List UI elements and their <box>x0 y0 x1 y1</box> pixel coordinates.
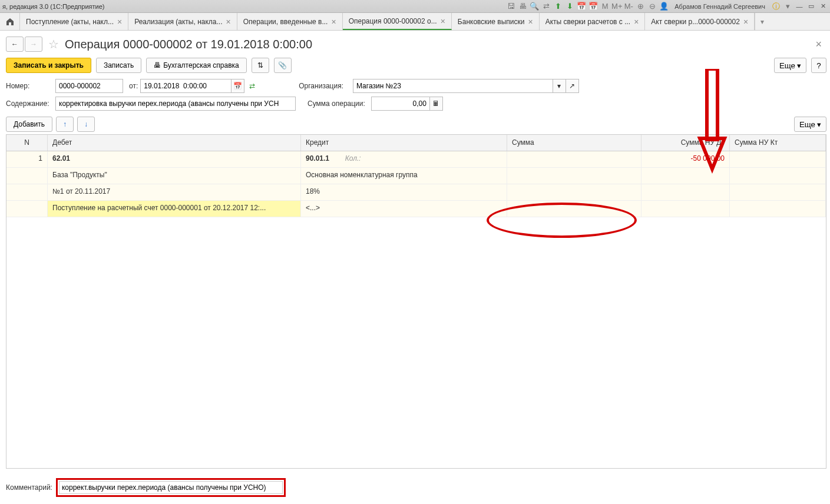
date-label: от: <box>129 82 138 90</box>
report-button[interactable]: 🖶Бухгалтерская справка <box>146 58 247 73</box>
user-icon: 👤 <box>659 2 669 11</box>
tab-overflow[interactable]: ▾ <box>755 13 769 30</box>
calendar-icon[interactable]: 📅 <box>232 79 244 93</box>
dropdown-icon[interactable]: ▾ <box>783 2 792 11</box>
tab-0[interactable]: Поступление (акты, накл...× <box>20 13 128 30</box>
tab-5[interactable]: Акты сверки расчетов с ...× <box>540 13 646 30</box>
m-icon[interactable]: M <box>600 2 610 11</box>
close-icon[interactable]: × <box>331 17 336 26</box>
col-sum[interactable]: Сумма <box>507 135 641 151</box>
table-row[interactable]: Поступление на расчетный счет 0000-00000… <box>6 201 826 217</box>
list-more-button[interactable]: Еще▾ <box>794 117 826 132</box>
close-page-icon[interactable]: × <box>815 38 822 51</box>
save-close-button[interactable]: Записать и закрыть <box>6 58 91 73</box>
date-input[interactable] <box>140 79 232 93</box>
titlebar: я, редакция 3.0 (1С:Предприятие) 🖫 🖶 🔍 ⇄… <box>0 0 830 13</box>
entries-table: N Дебет Кредит Сумма Сумма НУ Дт Сумма Н… <box>6 134 826 469</box>
close-icon[interactable]: × <box>117 17 122 26</box>
add-button[interactable]: Добавить <box>6 117 52 132</box>
print-icon: 🖶 <box>154 61 161 69</box>
zoomout-icon[interactable]: ⊖ <box>647 2 657 11</box>
titlebar-text: я, редакция 3.0 (1С:Предприятие) <box>2 3 506 10</box>
user-name: Абрамов Геннадий Сергеевич <box>674 3 765 10</box>
col-nudt[interactable]: Сумма НУ Дт <box>641 135 730 151</box>
tab-4[interactable]: Банковские выписки× <box>452 13 540 30</box>
move-down-button[interactable]: ↓ <box>77 117 95 132</box>
mplus-icon[interactable]: M+ <box>612 2 621 11</box>
apply-icon[interactable]: ⇄ <box>249 82 255 90</box>
save-button[interactable]: Записать <box>96 58 141 73</box>
save-icon[interactable]: 🖫 <box>506 2 515 11</box>
col-nukt[interactable]: Сумма НУ Кт <box>730 135 826 151</box>
nav-forward[interactable]: → <box>25 37 42 52</box>
org-label: Организация: <box>299 82 343 90</box>
close-icon[interactable]: × <box>226 17 231 26</box>
open-icon[interactable]: ↗ <box>566 79 579 93</box>
org-input[interactable] <box>353 79 553 93</box>
content-label: Содержание: <box>6 100 53 108</box>
info-icon[interactable]: ⓘ <box>771 2 781 11</box>
col-credit[interactable]: Кредит <box>301 135 507 151</box>
col-n[interactable]: N <box>6 135 48 151</box>
close-icon[interactable]: ✕ <box>818 2 828 11</box>
comment-highlight <box>56 478 286 497</box>
number-label: Номер: <box>6 82 53 90</box>
close-icon[interactable]: × <box>528 17 533 26</box>
maximize-icon[interactable]: ▭ <box>806 2 816 11</box>
download-icon[interactable]: ⬇ <box>565 2 574 11</box>
content-input[interactable] <box>55 97 296 111</box>
number-input[interactable] <box>55 79 123 93</box>
minimize-icon[interactable]: — <box>795 2 804 11</box>
move-up-button[interactable]: ↑ <box>56 117 74 132</box>
calc-icon[interactable]: ⬆ <box>553 2 563 11</box>
nav-back[interactable]: ← <box>6 37 24 52</box>
tab-2[interactable]: Операции, введенные в...× <box>237 13 343 30</box>
close-icon[interactable]: × <box>743 17 748 26</box>
sum-input[interactable] <box>371 97 430 111</box>
zoomin-icon[interactable]: ⊕ <box>636 2 645 11</box>
close-icon[interactable]: × <box>441 16 445 26</box>
home-tab[interactable] <box>0 13 20 30</box>
table-row[interactable]: №1 от 20.11.2017 18% <box>6 184 826 201</box>
date-icon[interactable]: 📅 <box>588 2 598 11</box>
calc-icon[interactable]: 🖩 <box>430 97 443 111</box>
attach-button[interactable]: 📎 <box>274 58 292 73</box>
close-icon[interactable]: × <box>634 17 639 26</box>
tab-1[interactable]: Реализация (акты, накла...× <box>128 13 237 30</box>
compare-icon[interactable]: ⇄ <box>541 2 551 11</box>
comment-label: Комментарий: <box>6 483 52 492</box>
calendar-icon[interactable]: 📅 <box>577 2 586 11</box>
tab-6[interactable]: Акт сверки р...0000-000002× <box>645 13 755 30</box>
favorite-icon[interactable]: ☆ <box>48 37 59 51</box>
print-icon[interactable]: 🖶 <box>518 2 527 11</box>
help-button[interactable]: ? <box>811 58 826 73</box>
table-row[interactable]: 1 62.01 90.01.1 Кол.: -50 000,00 <box>6 151 826 168</box>
comment-input[interactable] <box>59 481 283 494</box>
mminus-icon[interactable]: M- <box>624 2 633 11</box>
page-title: Операция 0000-000002 от 19.01.2018 0:00:… <box>65 38 312 51</box>
sum-label: Сумма операции: <box>307 100 365 108</box>
tab-3[interactable]: Операция 0000-000002 о...× <box>343 13 452 30</box>
preview-icon[interactable]: 🔍 <box>530 2 539 11</box>
col-debit[interactable]: Дебет <box>48 135 301 151</box>
tabbar: Поступление (акты, накл...× Реализация (… <box>0 13 830 31</box>
paperclip-icon: 📎 <box>278 61 287 69</box>
more-button[interactable]: Еще▾ <box>774 58 806 73</box>
dropdown-icon[interactable]: ▾ <box>553 79 566 93</box>
table-row[interactable]: База "Продукты" Основная номенклатурная … <box>6 168 826 184</box>
dt-kt-button[interactable]: ⇅ <box>252 58 269 73</box>
